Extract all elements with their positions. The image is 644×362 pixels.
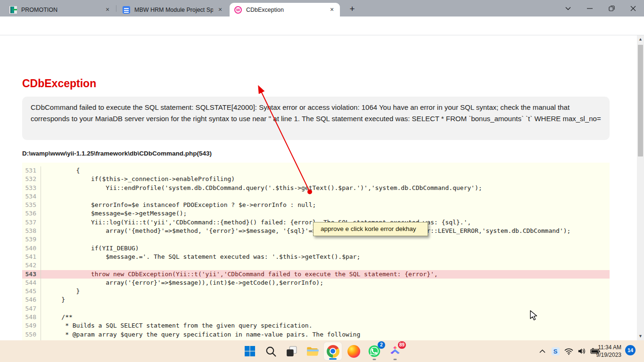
close-window-button[interactable]	[622, 0, 644, 16]
code-text: if($this->_connection->enableProfiling)	[41, 175, 235, 183]
code-text	[41, 192, 47, 201]
source-code-block: 531 {532 if($this->_connection->enablePr…	[22, 163, 610, 340]
line-number: 545	[22, 287, 41, 296]
tab-promotion[interactable]: PROMOTION ×	[5, 3, 116, 16]
code-line-536: 536 $message=$e->getMessage();	[22, 209, 610, 218]
line-number: 548	[22, 313, 41, 321]
line-number: 543	[22, 270, 41, 279]
line-number: 549	[22, 321, 41, 330]
line-number: 541	[22, 253, 41, 261]
clickup-badge: 89	[398, 341, 406, 349]
line-number: 550	[22, 330, 41, 339]
page-scrollbar[interactable]: ▲ ▼	[637, 35, 644, 340]
line-number: 536	[22, 209, 41, 218]
code-line-542: 542	[22, 261, 610, 270]
notification-count-badge[interactable]: 14	[625, 345, 636, 355]
clock[interactable]: 11:34 AM 9/19/2023	[593, 344, 621, 359]
code-line-543: 543 throw new CDbException(Yii::t('yii',…	[22, 270, 610, 279]
tab-title: MBW HRM Module Project Speci	[134, 7, 213, 13]
document-icon	[123, 6, 130, 14]
code-text	[41, 304, 47, 313]
file-explorer-icon[interactable]	[303, 342, 322, 361]
close-icon[interactable]: ×	[103, 6, 112, 14]
firefox-taskbar-icon[interactable]	[344, 342, 363, 361]
tab-divider	[116, 5, 116, 12]
line-number: 542	[22, 261, 41, 270]
code-line-549: 549 * Builds a SQL SELECT statement from…	[22, 321, 610, 330]
code-line-534: 534	[22, 192, 610, 201]
wifi-icon[interactable]	[563, 346, 574, 356]
volume-icon[interactable]	[577, 346, 587, 356]
line-number: 544	[22, 279, 41, 287]
scroll-down-icon[interactable]: ▼	[638, 334, 643, 338]
tab-hrm-spec[interactable]: MBW HRM Module Project Speci ×	[118, 3, 228, 16]
code-text: $message=$e->getMessage();	[41, 209, 187, 218]
door-icon	[9, 6, 17, 14]
code-text: throw new CDbException(Yii::t('yii','CDb…	[41, 270, 438, 279]
code-text: $message.='. The SQL statement executed …	[41, 253, 360, 261]
tab-title: CDbException	[246, 7, 325, 13]
code-line-548: 548 /**	[22, 313, 610, 321]
chrome-taskbar-icon[interactable]	[323, 342, 342, 361]
error-message-box: CDbCommand failed to execute the SQL sta…	[22, 97, 610, 140]
whatsapp-taskbar-icon[interactable]: 2	[365, 342, 384, 361]
code-text: $errorInfo=$e instanceof PDOException ? …	[41, 201, 316, 209]
clickup-taskbar-icon[interactable]: 89	[386, 342, 405, 361]
code-line-539: 539	[22, 235, 610, 244]
line-number: 546	[22, 296, 41, 304]
scrollbar-thumb[interactable]	[638, 45, 643, 156]
start-button[interactable]	[240, 342, 259, 361]
code-line-544: 544 array('{error}'=>$message)),(int)$e-…	[22, 279, 610, 287]
code-text: if(YII_DEBUG)	[41, 244, 139, 253]
browser-toolbar: Not secure 182.163.102.203:8088/sharif_m…	[0, 16, 644, 35]
code-line-531: 531 {	[22, 166, 610, 175]
clock-time: 11:34 AM	[593, 344, 621, 351]
code-line-532: 532 if($this->_connection->enableProfili…	[22, 175, 610, 183]
taskbar: 2 89 S	[0, 340, 644, 362]
line-number: 547	[22, 304, 41, 313]
code-line-545: 545 }	[22, 287, 610, 296]
code-text	[41, 261, 47, 270]
code-text: * @param array $query the query specific…	[41, 330, 360, 339]
wampserver-icon: W	[234, 6, 242, 14]
search-button[interactable]	[261, 342, 280, 361]
source-file-path: D:\wamp\www\yii-1.1.25\framework\db\CDbC…	[22, 150, 212, 157]
code-line-541: 541 $message.='. The SQL statement execu…	[22, 253, 610, 261]
tray-chevron-icon[interactable]	[537, 346, 547, 356]
line-number: 539	[22, 235, 41, 244]
code-line-546: 546 }	[22, 296, 610, 304]
code-line-533: 533 Yii::endProfile('system.db.CDbComman…	[22, 184, 610, 192]
code-text: {	[41, 166, 80, 175]
code-text: }	[41, 296, 65, 304]
code-text: array('{method}'=>$method, '{error}'=>$m…	[41, 227, 570, 235]
browser-titlebar: PROMOTION × MBW HRM Module Project Speci…	[0, 0, 644, 16]
line-number: 532	[22, 175, 41, 183]
line-number: 531	[22, 166, 41, 175]
code-line-540: 540 if(YII_DEBUG)	[22, 244, 610, 253]
code-text: /**	[41, 313, 73, 321]
code-text: }	[41, 287, 80, 296]
line-number: 540	[22, 244, 41, 253]
code-text: * Builds a SQL SELECT statement from the…	[41, 321, 313, 330]
restore-button[interactable]	[601, 0, 622, 16]
page-title: CDbException	[22, 77, 96, 90]
code-text: array('{error}'=>$message)),(int)$e->get…	[41, 279, 323, 287]
code-line-550: 550 * @param array $query the query spec…	[22, 330, 610, 339]
new-tab-button[interactable]: +	[346, 3, 359, 16]
scroll-up-icon[interactable]: ▲	[638, 37, 643, 41]
screen: PROMOTION × MBW HRM Module Project Speci…	[0, 0, 644, 362]
close-icon[interactable]: ×	[216, 6, 224, 14]
tab-title: PROMOTION	[21, 7, 100, 13]
code-line-547: 547	[22, 304, 610, 313]
annotation-tooltip: approve e click korle error dekhay	[313, 222, 428, 236]
line-number: 537	[22, 218, 41, 227]
code-line-535: 535 $errorInfo=$e instanceof PDOExceptio…	[22, 201, 610, 209]
close-icon[interactable]: ×	[328, 6, 336, 14]
tray-app-s-icon[interactable]: S	[550, 346, 561, 356]
minimize-button[interactable]	[579, 0, 601, 16]
task-view-button[interactable]	[282, 342, 301, 361]
tab-cdbexception[interactable]: W CDbException ×	[230, 3, 340, 16]
page-content: CDbException CDbCommand failed to execut…	[0, 35, 637, 340]
line-number: 534	[22, 192, 41, 201]
tab-search-chevron-icon[interactable]	[557, 0, 579, 16]
